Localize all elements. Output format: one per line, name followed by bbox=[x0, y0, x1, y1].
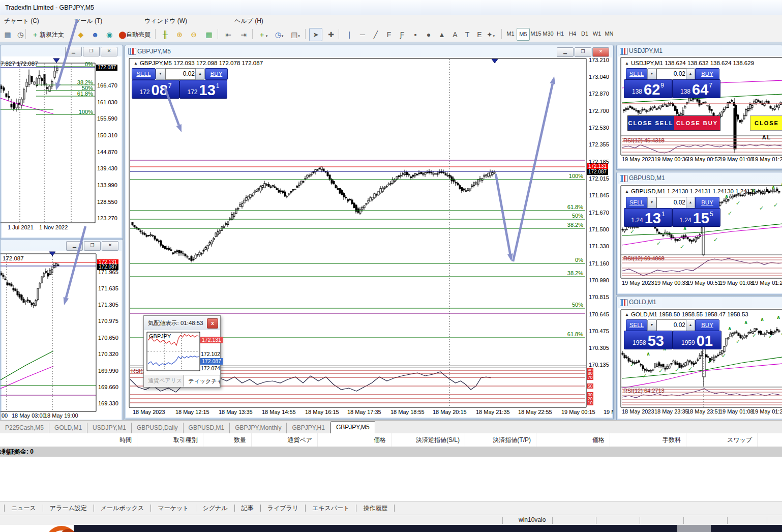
candlestick-chart-icon[interactable]: ╫ bbox=[159, 28, 172, 41]
rectangle-icon[interactable]: ▪ bbox=[409, 28, 422, 41]
lot-increase-button[interactable]: ▲ bbox=[195, 68, 205, 80]
menu-item[interactable]: チャート (C) bbox=[1, 17, 42, 25]
ohlc-expand-icon[interactable]: ▲ bbox=[625, 189, 629, 194]
close-all-button[interactable]: CLOSE AL bbox=[750, 115, 782, 131]
buy-button[interactable]: BUY bbox=[695, 197, 719, 209]
window-title-bar[interactable]: GBPJPY,M5 ▁ ❐ ✕ bbox=[125, 45, 613, 57]
timeframe-button[interactable]: M1 bbox=[504, 28, 517, 40]
terminal-tab[interactable]: ニュース bbox=[4, 505, 43, 512]
timeframe-button[interactable]: D1 bbox=[579, 28, 591, 40]
window-title-bar[interactable]: GOLD,M1 bbox=[617, 297, 782, 308]
restore-icon[interactable]: ❐ bbox=[575, 47, 591, 57]
chart-tab[interactable]: USDJPY,M1 bbox=[87, 423, 132, 433]
popup-tab[interactable]: ティックチャ bbox=[184, 375, 220, 387]
menu-item[interactable]: ツール (T) bbox=[71, 17, 105, 25]
arrow-objects-icon[interactable]: ✦ bbox=[484, 28, 497, 41]
autotrade-icon[interactable]: ⬤ bbox=[116, 28, 129, 41]
close-icon[interactable]: ✕ bbox=[102, 241, 118, 251]
chart-tab[interactable]: GOLD,M1 bbox=[49, 423, 87, 433]
buy-price-box[interactable]: 1959 01 bbox=[673, 331, 721, 349]
indicators-icon[interactable]: ＋ bbox=[256, 28, 269, 41]
terminal-tab[interactable]: ライブラリ bbox=[260, 505, 305, 512]
restore-icon[interactable]: ❐ bbox=[84, 241, 101, 251]
lot-size-field[interactable]: 0.02 bbox=[656, 319, 688, 331]
terminal-tab[interactable]: メールボックス bbox=[94, 505, 151, 512]
terminal-tab[interactable]: 操作履歴 bbox=[356, 505, 394, 512]
minimize-icon[interactable]: ▁ bbox=[66, 241, 83, 251]
sell-button[interactable]: SELL bbox=[132, 68, 156, 80]
lot-decrease-button[interactable]: ▼ bbox=[156, 68, 165, 80]
lot-increase-button[interactable]: ▲ bbox=[686, 68, 695, 80]
lot-size-field[interactable]: 0.02 bbox=[165, 68, 198, 80]
lot-decrease-button[interactable]: ▼ bbox=[647, 197, 656, 209]
buy-button[interactable]: BUY bbox=[695, 68, 719, 80]
chart-tab[interactable]: GBPUSD,M1 bbox=[184, 423, 230, 433]
chart-tab[interactable]: GBPJPY,H1 bbox=[287, 423, 330, 433]
lot-size-field[interactable]: 0.02 bbox=[656, 68, 688, 80]
timeframe-button[interactable]: MN bbox=[603, 28, 615, 40]
vertical-line-icon[interactable]: | bbox=[343, 28, 356, 41]
sell-price-box[interactable]: 138 62 9 bbox=[624, 79, 672, 98]
zoom-out-icon[interactable]: ⊖ bbox=[187, 28, 200, 41]
ohlc-expand-icon[interactable]: ▲ bbox=[134, 61, 138, 66]
timeframe-button[interactable]: M15 bbox=[530, 28, 542, 40]
sell-price-box[interactable]: 1.24 13 1 bbox=[624, 208, 672, 227]
chart-window-icon[interactable]: ▦ bbox=[1, 28, 14, 41]
menu-item[interactable]: ウィンドウ (W) bbox=[141, 17, 190, 25]
minimize-icon[interactable]: ▁ bbox=[557, 47, 574, 57]
new-order-icon[interactable]: ＋ bbox=[28, 28, 42, 41]
menu-item[interactable]: ヘルプ (H) bbox=[231, 17, 266, 25]
sell-price-box[interactable]: 172 08 7 bbox=[132, 80, 179, 99]
signals-icon[interactable]: ◉ bbox=[103, 28, 116, 41]
minimize-icon[interactable]: ▁ bbox=[65, 47, 82, 56]
close-icon[interactable]: ✕ bbox=[592, 47, 609, 57]
ellipse-icon[interactable]: ● bbox=[422, 28, 435, 41]
lot-increase-button[interactable]: ▲ bbox=[686, 197, 695, 209]
lot-size-field[interactable]: 0.02 bbox=[656, 197, 688, 209]
tile-windows-icon[interactable]: ▦ bbox=[202, 28, 216, 41]
sell-price-box[interactable]: 1958 53 bbox=[624, 331, 673, 349]
timeframe-button[interactable]: M5 bbox=[517, 28, 530, 41]
terminal-tab[interactable]: シグナル bbox=[196, 505, 234, 512]
chart-tab[interactable]: GBPJPY,M5 bbox=[330, 421, 375, 434]
text-label-icon[interactable]: T bbox=[461, 28, 474, 41]
terminal-tab[interactable]: 記事 bbox=[234, 505, 260, 512]
sell-button[interactable]: SELL bbox=[626, 68, 647, 80]
buy-price-box[interactable]: 172 13 1 bbox=[179, 80, 227, 99]
sell-button[interactable]: SELL bbox=[626, 197, 647, 209]
ohlc-expand-icon[interactable]: ▲ bbox=[625, 61, 629, 66]
buy-button[interactable]: BUY bbox=[205, 68, 228, 80]
window-title-bar[interactable]: USDJPY,M1 bbox=[617, 45, 782, 56]
lot-decrease-button[interactable]: ▼ bbox=[647, 319, 656, 331]
cursor-icon[interactable]: ➤ bbox=[309, 28, 322, 41]
ohlc-expand-icon[interactable]: ▲ bbox=[625, 312, 629, 317]
new-order-label[interactable]: 新規注文 bbox=[40, 31, 64, 39]
crosshair-icon[interactable]: ✚ bbox=[324, 28, 338, 41]
terminal-tab[interactable]: アラーム設定 bbox=[43, 505, 94, 512]
market-watch-icon[interactable]: ◆ bbox=[74, 28, 87, 41]
timeframe-button[interactable]: W1 bbox=[591, 28, 603, 40]
window-title-bar[interactable]: GBPUSD,M1 bbox=[617, 172, 782, 184]
buy-price-box[interactable]: 138 64 7 bbox=[672, 79, 720, 98]
fibo-retracement-icon[interactable]: F bbox=[382, 28, 396, 41]
zoom-in-icon[interactable]: ⊕ bbox=[173, 28, 186, 41]
close-icon[interactable]: x bbox=[207, 318, 218, 329]
terminal-tab[interactable]: マーケット bbox=[151, 505, 195, 512]
window-title-bar[interactable]: ▁ ❐ ✕ bbox=[1, 240, 123, 251]
terminal-tab[interactable]: エキスパート bbox=[305, 505, 356, 512]
timeframe-button[interactable]: H4 bbox=[566, 28, 579, 40]
templates-icon[interactable]: ▤ bbox=[289, 28, 302, 41]
fibo-fan-icon[interactable]: Ƒ bbox=[396, 28, 409, 41]
chart-shift-icon[interactable]: ⇥ bbox=[237, 28, 250, 41]
periods-icon[interactable]: ◷ bbox=[273, 28, 286, 41]
timeframe-button[interactable]: H1 bbox=[554, 28, 566, 40]
timeframe-button[interactable]: M30 bbox=[542, 28, 554, 40]
chart-tab[interactable]: P225Cash,M5 bbox=[0, 423, 49, 433]
auto-scroll-icon[interactable]: ⇤ bbox=[222, 28, 235, 41]
horizontal-line-icon[interactable]: ─ bbox=[356, 28, 369, 41]
title-bar[interactable]: Tradexfin Limited - GBPJPY,M5 bbox=[0, 0, 782, 16]
close-buy-button[interactable]: CLOSE BUY bbox=[674, 115, 720, 131]
close-sell-button[interactable]: CLOSE SELL bbox=[627, 115, 674, 131]
lot-increase-button[interactable]: ▲ bbox=[686, 319, 695, 331]
popup-tab[interactable]: 通貨ペアリスト bbox=[144, 375, 184, 386]
